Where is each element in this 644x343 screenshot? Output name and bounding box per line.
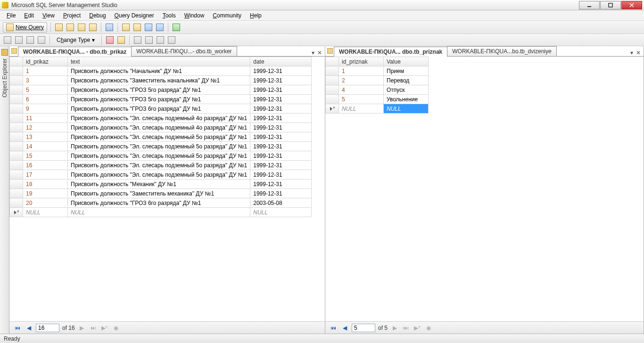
svg-text:*: * — [333, 106, 335, 112]
mdx-query-icon[interactable] — [77, 23, 86, 32]
nav-last-icon[interactable]: ⏭ — [402, 324, 410, 332]
table-row[interactable]: 5Увольнение — [326, 95, 429, 104]
menu-file[interactable]: File — [3, 11, 19, 20]
new-query-label: New Query — [16, 24, 44, 31]
table-row[interactable]: 19Присвоить должность "Заместитель механ… — [10, 189, 312, 198]
separator — [101, 35, 102, 45]
folder-open-icon[interactable] — [121, 23, 131, 32]
toolbar-main: New Query — [0, 21, 644, 34]
show-results-icon[interactable] — [37, 35, 46, 45]
table-row-new[interactable]: *NULLNULLNULL — [10, 208, 312, 217]
tab-tb-prikaz[interactable]: WORKABLE-ПК\QUA... - dbo.tb_prikaz — [18, 47, 132, 57]
tab-close-icon[interactable]: ✕ — [317, 49, 322, 56]
execute-icon[interactable] — [105, 35, 115, 45]
nav-first-icon[interactable]: ⏮ — [13, 324, 22, 332]
change-type-label: Change Type ▾ — [57, 37, 95, 43]
save-icon[interactable] — [144, 23, 153, 32]
left-pane: WORKABLE-ПК\QUA... - dbo.tb_prikaz WORKA… — [9, 46, 325, 334]
nav-stop-icon[interactable]: ◉ — [424, 324, 433, 332]
table-row[interactable]: 5Присвоить должность "ГРОЗ 5го разряда" … — [10, 85, 312, 95]
table-row[interactable]: 18Присвоить должность "Механик" ДУ №1199… — [10, 180, 312, 189]
show-diagram-icon[interactable] — [3, 35, 12, 45]
menu-edit[interactable]: Edit — [20, 11, 38, 20]
right-grid[interactable]: id_priznakValue1Прием2Перевод4Отпуск5Уво… — [325, 57, 644, 321]
table-row[interactable]: 14Присвоить должность "Эл. слесарь подзе… — [10, 142, 312, 151]
show-sql-icon[interactable] — [25, 35, 35, 45]
object-explorer-tab[interactable]: Object Explorer — [0, 46, 9, 334]
nav-of-label: of 5 — [378, 325, 388, 331]
separator — [129, 35, 130, 45]
table-row[interactable]: 20Присвоить должность "ГРОЗ 6го разряда"… — [10, 198, 312, 208]
right-document-tabs: WORKABLE-ПК\QUA... dbo.tb_priznak WORKAB… — [325, 46, 644, 57]
table-row[interactable]: 2Перевод — [326, 76, 429, 85]
tab-dropdown-icon[interactable]: ▾ — [312, 49, 314, 56]
nav-new-icon[interactable]: ▶* — [100, 324, 109, 332]
menu-community[interactable]: Community — [209, 11, 245, 20]
table-row[interactable]: 17Присвоить должность "Эл. слесарь подзе… — [10, 170, 312, 180]
table-row[interactable]: 16Присвоить должность "Эл. слесарь подзе… — [10, 161, 312, 170]
object-explorer-label: Object Explorer — [1, 58, 8, 98]
tab-tb-priznak[interactable]: WORKABLE-ПК\QUA... dbo.tb_priznak — [334, 47, 447, 57]
menu-window[interactable]: Window — [181, 11, 208, 20]
nav-prev-icon[interactable]: ◀ — [25, 324, 33, 332]
save-all-icon[interactable] — [155, 23, 165, 32]
right-tab-controls: ▾ ✕ — [630, 49, 644, 56]
nav-next-icon[interactable]: ▶ — [78, 324, 86, 332]
tab-tb-worker[interactable]: WORKABLE-ПК\QU...- dbo.tb_worker — [131, 46, 237, 56]
table-row[interactable]: 6Присвоить должность "ГРОЗ 5го разряда" … — [10, 95, 312, 104]
minimize-button[interactable] — [579, 1, 600, 9]
separator — [101, 23, 101, 32]
remove-filter-icon[interactable] — [156, 35, 165, 45]
tab-close-icon[interactable]: ✕ — [636, 49, 641, 56]
db-engine-query-icon[interactable] — [54, 23, 64, 32]
menu-debug[interactable]: Debug — [85, 11, 109, 20]
group-by-icon[interactable] — [167, 35, 176, 45]
nav-first-icon[interactable]: ⏮ — [329, 324, 338, 332]
sort-asc-icon[interactable] — [133, 35, 142, 45]
object-explorer-icon — [1, 49, 8, 56]
left-grid[interactable]: id_prikaztextdate1Присвоить должность "Н… — [9, 57, 325, 321]
close-button[interactable] — [621, 1, 642, 9]
table-row[interactable]: 1Присвоить должность "Начальник" ДУ №119… — [10, 66, 312, 76]
table-row[interactable]: 13Присвоить должность "Эл. слесарь подзе… — [10, 132, 312, 142]
table-row-new[interactable]: *NULLNULL — [326, 104, 429, 114]
table-row[interactable]: 4Отпуск — [326, 85, 429, 95]
show-criteria-icon[interactable] — [14, 35, 24, 45]
table-row[interactable]: 1Прием — [326, 66, 429, 76]
change-type-dropdown[interactable]: Change Type ▾ — [53, 35, 98, 45]
menu-tools[interactable]: Tools — [159, 11, 180, 20]
menu-project[interactable]: Project — [59, 11, 84, 20]
svg-text:*: * — [17, 209, 19, 216]
verify-sql-icon[interactable] — [116, 35, 126, 45]
table-row[interactable]: 15Присвоить должность "Эл. слесарь подзе… — [10, 151, 312, 161]
app-icon — [2, 2, 8, 8]
activity-monitor-icon[interactable] — [172, 23, 181, 32]
analysis-query-icon[interactable] — [66, 23, 75, 32]
menu-query-designer[interactable]: Query Designer — [111, 11, 158, 20]
table-row[interactable]: 12Присвоить должность "Эл. слесарь подзе… — [10, 123, 312, 132]
dmx-query-icon[interactable] — [88, 23, 98, 32]
table-row[interactable]: 11Присвоить должность "Эл. слесарь подзе… — [10, 114, 312, 123]
new-query-button[interactable]: New Query — [3, 22, 47, 33]
menu-help[interactable]: Help — [246, 11, 265, 20]
sort-desc-icon[interactable] — [144, 35, 154, 45]
nav-stop-icon[interactable]: ◉ — [112, 324, 120, 332]
table-row[interactable]: 3Присвоить должность "Заместитель началь… — [10, 76, 312, 85]
folder-icon[interactable] — [132, 23, 142, 32]
nav-last-icon[interactable]: ⏭ — [89, 324, 98, 332]
table-row[interactable]: 9Присвоить должность "ГРОЗ 6го разряда" … — [10, 104, 312, 114]
statusbar: Ready — [0, 334, 644, 343]
right-navigator: ⏮ ◀ of 5 ▶ ⏭ ▶* ◉ — [325, 321, 644, 334]
tab-dropdown-icon[interactable]: ▾ — [630, 49, 633, 56]
nav-position-input[interactable] — [36, 324, 59, 332]
open-file-icon[interactable] — [105, 23, 114, 32]
nav-prev-icon[interactable]: ◀ — [340, 324, 349, 332]
nav-position-input[interactable] — [352, 324, 375, 332]
tab-tb-dvizeniye[interactable]: WORKABLE-ПК\QUA...bo.tb_dvizeniye — [447, 46, 556, 56]
nav-next-icon[interactable]: ▶ — [390, 324, 399, 332]
maximize-button[interactable] — [600, 1, 621, 9]
menu-view[interactable]: View — [39, 11, 58, 20]
left-navigator: ⏮ ◀ of 16 ▶ ⏭ ▶* ◉ — [9, 321, 325, 334]
nav-new-icon[interactable]: ▶* — [413, 324, 421, 332]
pane-container: WORKABLE-ПК\QUA... - dbo.tb_prikaz WORKA… — [9, 46, 644, 334]
